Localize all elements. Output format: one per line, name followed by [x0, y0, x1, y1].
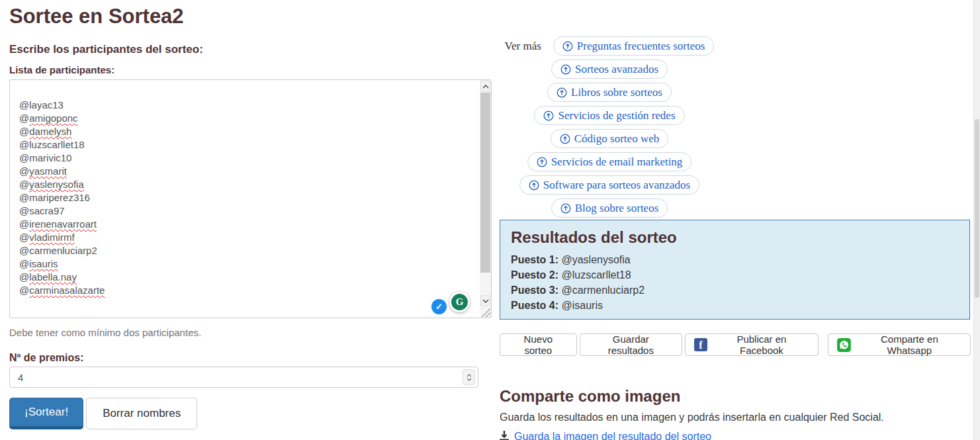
spinner-up-icon [467, 374, 472, 377]
result-place-label: Puesto 3: [511, 285, 558, 296]
new-draw-label: Nuevo sorteo [509, 333, 568, 356]
participants-list: @layac13@amigoponc@damelysh@luzscarllet1… [10, 80, 491, 304]
result-winner: @isauris [558, 300, 603, 311]
scrollbar-thumb[interactable] [480, 93, 490, 273]
pill-label: Servicios de email marketing [551, 155, 683, 169]
share-image-link-row: Guarda la imagen del resultado del sorte… [500, 431, 971, 440]
result-row: Puesto 4: @isauris [511, 298, 959, 313]
result-winner: @luzscarllet18 [558, 269, 631, 281]
whatsapp-share-button[interactable]: Comparte en Whatsapp [828, 333, 971, 356]
see-more-label: Ver más [505, 40, 541, 53]
save-results-label: Guardar resultados [589, 333, 674, 356]
draw-setup-panel: Sortee en Sortea2 Escribe los participan… [9, 0, 492, 429]
link-pill-blog-sobre-sorteos[interactable]: Blog sobre sorteos [551, 198, 668, 218]
link-pill-software-para-sorteos-avanzados[interactable]: Software para sorteos avanzados [519, 175, 699, 195]
participant-line: @carminasalazarte [19, 284, 471, 297]
participants-subtitle: Escribe los participantes del sorteo: [9, 43, 492, 56]
result-winner: @yaslenysofia [558, 254, 631, 265]
page-title: Sortee en Sortea2 [9, 4, 492, 28]
circle-up-arrow-icon [560, 203, 571, 214]
circle-up-arrow-icon [537, 157, 547, 167]
pill-label: Blog sobre sorteos [575, 202, 659, 215]
link-pill-servicios-de-email-marketing[interactable]: Servicios de email marketing [527, 152, 692, 171]
facebook-share-button[interactable]: f Publicar en Facebook [685, 333, 819, 356]
circle-up-arrow-icon [562, 41, 573, 52]
save-image-link[interactable]: Guarda la imagen del resultado del sorte… [514, 431, 711, 440]
circle-up-arrow-icon [529, 180, 539, 191]
spellcheck-check-icon[interactable]: ✓ [431, 299, 447, 314]
participant-line: @carmenluciarp2 [19, 244, 471, 257]
participants-textarea[interactable]: @layac13@amigoponc@damelysh@luzscarllet1… [9, 79, 492, 318]
share-image-title: Comparte como imagen [500, 387, 971, 406]
facebook-share-label: Publicar en Facebook [714, 333, 809, 356]
participant-line: @luzscarllet18 [19, 138, 471, 152]
scrollbar-down-button[interactable] [480, 295, 490, 306]
participant-line: @damelysh [19, 125, 471, 138]
see-more-row: Ver más Preguntas frecuentes sorteos [505, 36, 715, 56]
prizes-count-label: Nº de premios: [9, 352, 492, 364]
download-icon [500, 431, 509, 440]
link-pill-libros-sobre-sorteos[interactable]: Libros sobre sorteos [547, 83, 672, 102]
whatsapp-share-label: Comparte en Whatsapp [858, 333, 961, 356]
participant-line: @sacra97 [19, 204, 471, 218]
participant-line: @mariperez316 [19, 191, 471, 204]
number-spinner[interactable] [463, 369, 475, 385]
participant-line: @isauris [19, 257, 471, 271]
participant-line: @marivic10 [19, 152, 471, 165]
link-pill-c-digo-sorteo-web[interactable]: Código sorteo web [551, 129, 668, 148]
circle-up-arrow-icon [543, 110, 554, 121]
result-row: Puesto 2: @luzscarllet18 [511, 267, 959, 283]
result-row: Puesto 1: @yaslenysofia [511, 252, 959, 267]
circle-up-arrow-icon [557, 87, 567, 98]
participant-line: @yasmarit [19, 165, 471, 178]
pill-label: Código sorteo web [574, 132, 659, 146]
share-image-description: Guarda los resultados en una imagen y po… [500, 412, 971, 423]
result-place-label: Puesto 1: [511, 254, 558, 265]
save-results-button[interactable]: Guardar resultados [580, 333, 683, 356]
chevron-up-icon [482, 85, 489, 89]
result-row: Puesto 3: @carmenluciarp2 [511, 283, 959, 298]
page-scrollbar[interactable] [973, 0, 980, 440]
page-scrollbar-thumb[interactable] [975, 119, 979, 298]
grammarly-icon[interactable]: G [449, 292, 470, 312]
participant-line: @labella.nay [19, 271, 471, 284]
results-list: Puesto 1: @yaslenysofiaPuesto 2: @luzsca… [511, 252, 959, 313]
results-box: Resultados del sorteo Puesto 1: @yasleny… [500, 220, 970, 320]
participant-line: @amigoponc [19, 112, 471, 125]
prizes-count-input[interactable]: 4 [9, 367, 478, 388]
participant-line: @layac13 [19, 99, 471, 112]
circle-up-arrow-icon [560, 134, 570, 144]
participant-line: @irenenavarroart [19, 218, 471, 231]
results-panel: Ver más Preguntas frecuentes sorteos Sor… [500, 36, 971, 440]
circle-up-arrow-icon [560, 64, 571, 75]
draw-actions-row: ¡Sortear! Borrar nombres [9, 398, 492, 429]
clear-names-button[interactable]: Borrar nombres [86, 398, 197, 429]
participant-line: @vladimirmf [19, 231, 471, 244]
participants-list-label: Lista de participantes: [9, 64, 492, 75]
min-participants-hint: Debe tener como mínimo dos participantes… [9, 327, 492, 338]
page: Sortee en Sortea2 Escribe los participan… [0, 0, 980, 440]
related-links-list: Ver más Preguntas frecuentes sorteos Sor… [500, 36, 719, 218]
link-pill-servicios-de-gesti-n-redes[interactable]: Servicios de gestión redes [534, 106, 684, 125]
chevron-down-icon [482, 299, 489, 303]
pill-label: Preguntas frecuentes sorteos [577, 40, 705, 53]
results-actions-row: Nuevo sorteo Guardar resultados f Public… [500, 333, 971, 356]
link-pill-sorteos-avanzados[interactable]: Sorteos avanzados [551, 60, 668, 79]
new-draw-button[interactable]: Nuevo sorteo [500, 333, 577, 356]
result-place-label: Puesto 4: [511, 300, 558, 311]
pill-label: Servicios de gestión redes [558, 109, 675, 122]
spinner-down-icon [467, 378, 472, 381]
sortear-button[interactable]: ¡Sortear! [9, 398, 83, 429]
results-title: Resultados del sorteo [511, 228, 959, 247]
pill-label: Sorteos avanzados [575, 63, 658, 76]
prizes-count-value: 4 [18, 372, 23, 383]
textarea-scrollbar[interactable] [480, 80, 491, 318]
result-winner: @carmenluciarp2 [558, 285, 645, 296]
grammarly-g-letter: G [451, 294, 468, 310]
whatsapp-icon [837, 338, 851, 352]
participant-line: @yaslenysofia [19, 178, 471, 191]
pill-label: Software para sorteos avanzados [543, 179, 690, 192]
scrollbar-up-button[interactable] [480, 81, 490, 92]
pill-label: Libros sobre sorteos [571, 86, 662, 99]
link-pill-preguntas-frecuentes-sorteos[interactable]: Preguntas frecuentes sorteos [553, 36, 715, 56]
